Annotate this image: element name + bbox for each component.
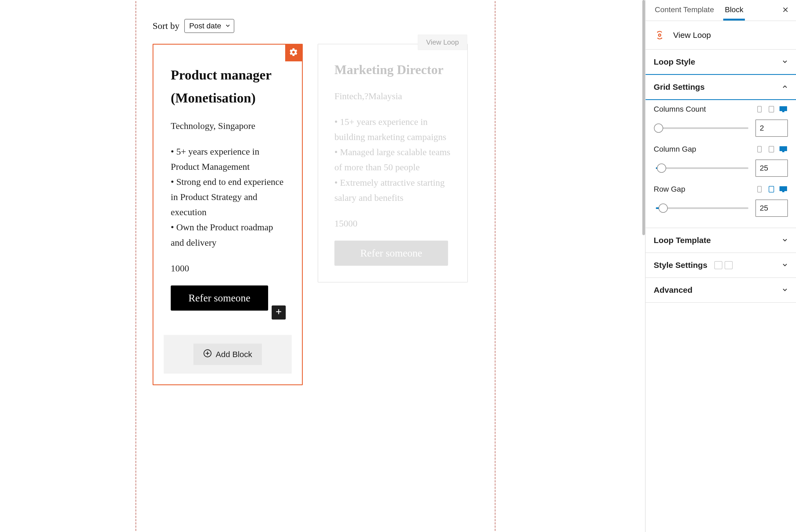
sortby-value: Post date [189,22,221,30]
svg-rect-14 [769,186,774,192]
device-tablet-button[interactable] [767,145,776,153]
block-inserter-button[interactable] [272,305,286,320]
gear-icon [289,48,298,59]
card-number[interactable]: 1000 [171,263,285,273]
tab-block[interactable]: Block [723,0,745,21]
card-subtitle[interactable]: Technology, Singapore [171,121,285,131]
sortby-row: Sort by Post date [152,19,478,33]
section-advanced: Advanced [646,278,796,303]
card-selected[interactable]: Product manager (Monetisation) Technolog… [152,44,303,385]
plus-circle-icon [203,349,212,360]
input-column-gap[interactable]: 25 [755,159,788,177]
editor-frame: Sort by Post date [135,0,496,532]
card-number: 15000 [334,218,451,229]
card-bullets[interactable]: • 5+ years experience in Product Managem… [171,144,285,250]
label-columns-count: Columns Count [654,105,706,114]
svg-rect-6 [769,106,774,112]
acc-head-loop-template[interactable]: Loop Template [646,228,796,252]
svg-rect-15 [779,186,787,191]
svg-point-2 [659,35,661,36]
field-column-gap: Column Gap 25 [654,145,788,177]
editor-canvas: Sort by Post date [0,0,645,532]
svg-rect-13 [758,186,761,192]
svg-rect-12 [782,151,784,152]
card-bullets: • 15+ years experience in building marke… [334,114,451,206]
svg-rect-16 [782,191,784,192]
close-icon [782,5,789,15]
device-tablet-button[interactable] [767,105,776,113]
cards-row: Product manager (Monetisation) Technolog… [152,44,478,385]
section-style-settings: Style Settings [646,253,796,278]
device-tablet-button[interactable] [767,185,776,193]
device-desktop-button[interactable] [779,105,788,113]
device-mobile-button[interactable] [755,105,764,113]
section-grid-settings: Grid Settings Columns Count [646,75,796,228]
svg-rect-8 [782,111,784,112]
view-loop-icon [654,29,666,41]
close-sidebar-button[interactable] [780,4,791,17]
svg-rect-11 [779,146,787,151]
card-dim[interactable]: View Loop Marketing Director Fintech,?Ma… [318,44,468,283]
acc-head-loop-style[interactable]: Loop Style [646,50,796,74]
label-column-gap: Column Gap [654,145,696,154]
settings-sidebar: Content Template Block View Loop [645,0,796,532]
acc-body-grid-settings: Columns Count 2 [646,99,796,228]
acc-label: Loop Style [654,57,695,66]
chevron-down-icon [782,57,788,66]
svg-rect-5 [758,106,761,112]
svg-rect-9 [758,146,761,152]
section-loop-style: Loop Style [646,50,796,75]
view-loop-tooltip: View Loop [418,35,467,50]
section-loop-template: Loop Template [646,228,796,253]
chevron-down-icon [782,261,788,270]
slider-row-gap[interactable] [656,207,748,209]
refer-button[interactable]: Refer someone [334,241,448,266]
add-block-button[interactable]: Add Block [194,344,262,365]
svg-rect-10 [769,146,774,152]
chevron-down-icon [782,236,788,245]
tab-content-template[interactable]: Content Template [653,0,716,21]
sidebar-tabs: Content Template Block [646,0,796,21]
scrollbar[interactable] [642,0,646,532]
acc-head-advanced[interactable]: Advanced [646,278,796,302]
slider-thumb[interactable] [654,124,663,133]
style-swatches [714,261,733,269]
card-title[interactable]: Product manager (Monetisation) [171,63,285,110]
card-inner: Marketing Director Fintech,?Malaysia • 1… [318,44,467,282]
card-subtitle: Fintech,?Malaysia [334,91,451,101]
add-block-zone: Add Block [164,335,292,374]
refer-button[interactable]: Refer someone [171,285,268,310]
acc-head-grid-settings[interactable]: Grid Settings [646,74,796,100]
device-desktop-button[interactable] [779,185,788,193]
acc-label: Loop Template [654,236,711,245]
device-mobile-button[interactable] [755,185,764,193]
chevron-down-icon [225,22,231,30]
field-columns-count: Columns Count 2 [654,105,788,137]
plus-icon [275,308,283,317]
block-header: View Loop [646,21,796,50]
slider-column-gap[interactable] [656,167,748,169]
card-title: Marketing Director [334,59,451,80]
slider-thumb[interactable] [658,204,668,213]
acc-head-style-settings[interactable]: Style Settings [646,253,796,277]
input-columns-count[interactable]: 2 [755,119,788,137]
label-row-gap: Row Gap [654,185,685,193]
swatch[interactable] [714,261,722,269]
settings-gear-button[interactable] [285,44,302,61]
acc-label: Style Settings [654,261,707,270]
svg-rect-7 [779,106,787,111]
input-row-gap[interactable]: 25 [755,200,788,217]
device-toggles [755,105,788,113]
device-desktop-button[interactable] [779,145,788,153]
field-row-gap: Row Gap 25 [654,185,788,217]
sortby-select[interactable]: Post date [184,19,234,33]
device-toggles [755,145,788,153]
slider-columns[interactable] [656,127,748,129]
block-title: View Loop [673,31,711,40]
slider-thumb[interactable] [657,164,666,173]
acc-label: Advanced [654,285,692,294]
sortby-label: Sort by [152,21,179,31]
device-mobile-button[interactable] [755,145,764,153]
scrollbar-thumb[interactable] [642,0,645,235]
swatch[interactable] [725,261,733,269]
